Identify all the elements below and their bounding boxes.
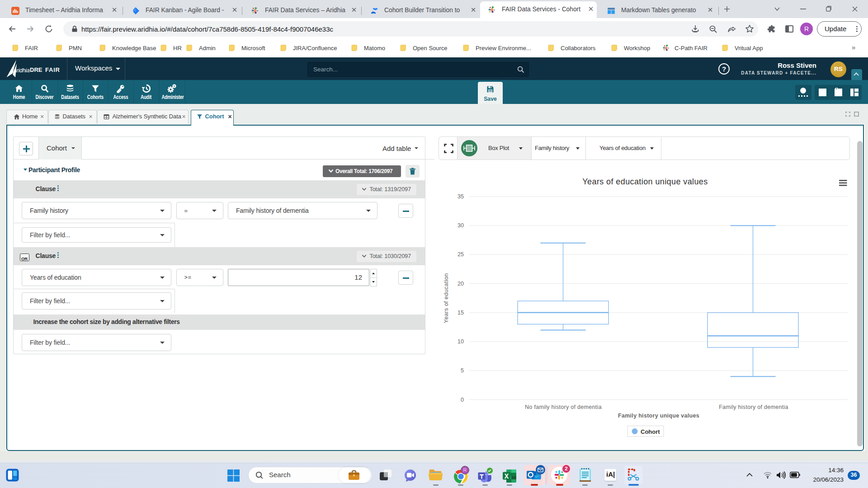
svg-text:Years of education unique valu: Years of education unique values [582, 177, 708, 186]
svg-text:No family history of dementia: No family history of dementia [525, 404, 602, 410]
svg-text:Cohort: Cohort [641, 428, 660, 435]
svg-text:25: 25 [458, 251, 464, 258]
svg-text:Family history unique values: Family history unique values [618, 413, 699, 419]
svg-text:5: 5 [461, 367, 464, 374]
svg-text:Family history of dementia: Family history of dementia [719, 404, 788, 410]
svg-text:Years of education: Years of education [443, 273, 449, 323]
svg-text:20: 20 [458, 281, 464, 287]
svg-text:10: 10 [458, 338, 464, 345]
svg-text:0: 0 [461, 397, 464, 403]
svg-text:15: 15 [458, 310, 464, 316]
svg-text:30: 30 [458, 222, 464, 229]
svg-text:35: 35 [458, 193, 464, 200]
